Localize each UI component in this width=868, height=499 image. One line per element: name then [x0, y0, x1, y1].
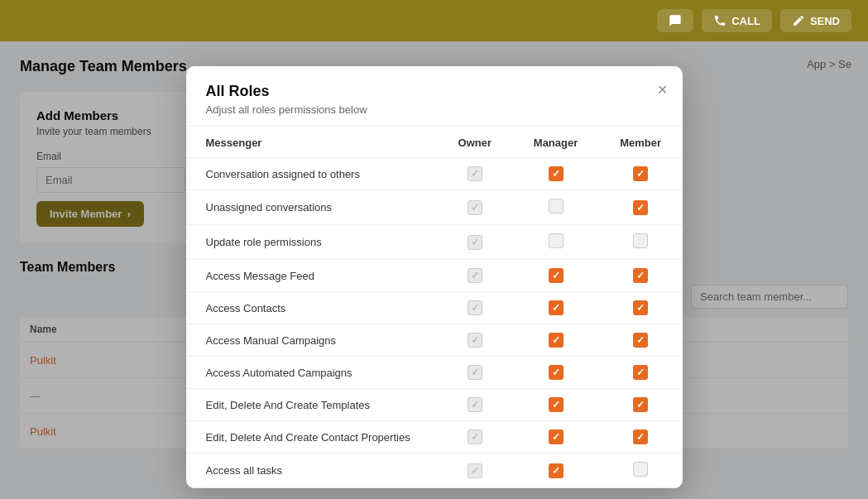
- checkbox-disabled: [468, 463, 482, 478]
- send-button[interactable]: SEND: [780, 9, 851, 32]
- checkbox-disabled: [468, 397, 482, 412]
- checkbox-checked[interactable]: [549, 365, 563, 380]
- permission-label: Access all tasks: [186, 453, 438, 488]
- permissions-table: Messenger Owner Manager Member Conversat…: [186, 127, 683, 488]
- checkbox-checked[interactable]: [549, 397, 563, 412]
- checkbox-checked[interactable]: [549, 333, 563, 348]
- phone-icon: [713, 14, 727, 27]
- checkbox-checked[interactable]: [633, 300, 648, 315]
- permission-label: Unassigned conversations: [186, 190, 438, 225]
- col-manager: Manager: [512, 127, 598, 158]
- call-label: CALL: [731, 15, 760, 27]
- permission-row: Access Automated Campaigns: [186, 357, 683, 389]
- permission-row: Access Manual Campaigns: [186, 324, 683, 357]
- checkbox-checked[interactable]: [633, 429, 648, 444]
- checkbox-checked[interactable]: [549, 268, 563, 283]
- checkbox-unchecked[interactable]: [633, 462, 648, 477]
- permission-row: Update role permissions: [186, 225, 683, 260]
- checkbox-disabled: [468, 365, 482, 380]
- permission-row: Edit, Delete And Create Contact Properti…: [186, 421, 683, 453]
- checkbox-checked[interactable]: [549, 300, 563, 315]
- permissions-table-wrap: Messenger Owner Manager Member Conversat…: [186, 127, 683, 488]
- permission-label: Access Contacts: [186, 292, 438, 324]
- all-roles-modal: All Roles Adjust all roles permissions b…: [186, 66, 683, 488]
- permission-row: Access all tasks: [186, 453, 683, 488]
- page-content: Manage Team Members App > Se Add Members…: [0, 41, 868, 499]
- checkbox-disabled: [468, 268, 482, 283]
- checkbox-checked[interactable]: [549, 463, 563, 478]
- checkbox-unchecked[interactable]: [633, 233, 648, 248]
- permission-label: Access Manual Campaigns: [186, 324, 438, 357]
- permission-label: Edit, Delete And Create Contact Properti…: [186, 421, 438, 453]
- chat-button[interactable]: [657, 9, 693, 32]
- checkbox-unchecked[interactable]: [549, 233, 563, 248]
- checkbox-disabled: [468, 200, 482, 215]
- checkbox-unchecked[interactable]: [549, 199, 563, 214]
- col-messenger: Messenger: [186, 127, 438, 158]
- checkbox-disabled: [468, 429, 482, 444]
- modal-close-button[interactable]: ×: [658, 81, 668, 98]
- send-label: SEND: [810, 15, 840, 27]
- checkbox-disabled: [468, 333, 482, 348]
- permission-label: Access Automated Campaigns: [186, 357, 438, 389]
- checkbox-disabled: [468, 300, 482, 315]
- permission-row: Conversation assigned to others: [186, 158, 683, 190]
- permission-row: Unassigned conversations: [186, 190, 683, 225]
- modal-header: All Roles Adjust all roles permissions b…: [186, 66, 683, 127]
- topbar: CALL SEND: [0, 0, 868, 41]
- permission-label: Access Message Feed: [186, 260, 438, 292]
- checkbox-checked[interactable]: [633, 166, 648, 181]
- modal-title: All Roles: [206, 83, 663, 100]
- col-owner: Owner: [437, 127, 512, 158]
- chat-icon: [669, 14, 682, 27]
- checkbox-checked[interactable]: [549, 429, 563, 444]
- permission-label: Conversation assigned to others: [186, 158, 438, 190]
- permission-row: Edit, Delete And Create Templates: [186, 389, 683, 421]
- checkbox-checked[interactable]: [633, 268, 648, 283]
- modal-overlay: All Roles Adjust all roles permissions b…: [0, 41, 868, 499]
- checkbox-checked[interactable]: [549, 166, 563, 181]
- permission-row: Access Message Feed: [186, 260, 683, 292]
- col-member: Member: [599, 127, 683, 158]
- pencil-icon: [792, 14, 805, 27]
- checkbox-checked[interactable]: [633, 397, 648, 412]
- permission-row: Access Contacts: [186, 292, 683, 324]
- checkbox-disabled: [468, 235, 482, 250]
- checkbox-checked[interactable]: [633, 200, 648, 215]
- checkbox-checked[interactable]: [633, 333, 648, 348]
- call-button[interactable]: CALL: [702, 9, 772, 32]
- modal-subtitle: Adjust all roles permissions below: [206, 103, 663, 116]
- permission-label: Update role permissions: [186, 225, 438, 260]
- checkbox-checked[interactable]: [633, 365, 648, 380]
- permission-label: Edit, Delete And Create Templates: [186, 389, 438, 421]
- main-area: Manage Team Members App > Se Add Members…: [0, 41, 868, 499]
- checkbox-disabled: [468, 166, 482, 181]
